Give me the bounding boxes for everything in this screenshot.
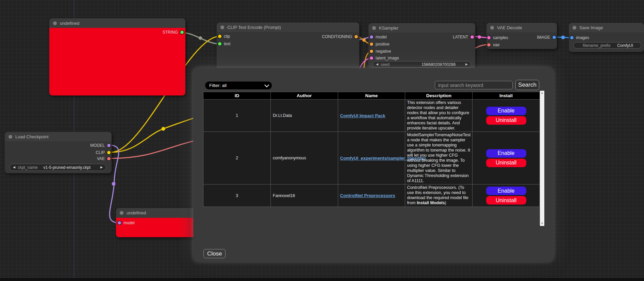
output-slot-conditioning: CONDITIONING: [322, 34, 358, 39]
input-dot-samples[interactable]: [487, 36, 491, 39]
input-dot-model[interactable]: [118, 221, 121, 225]
output-slot-model: MODEL: [90, 143, 111, 148]
cell-id: 2: [203, 132, 271, 185]
cell-install: EnableUninstall: [473, 100, 540, 132]
output-slot-vae: VAE: [97, 156, 111, 161]
search-button[interactable]: Search: [515, 80, 539, 90]
input-dot-negative[interactable]: [370, 50, 373, 53]
input-dot-vae[interactable]: [487, 43, 491, 47]
input-slot-images: images: [570, 35, 589, 40]
input-dot-model[interactable]: [370, 35, 373, 39]
collapse-dot-icon[interactable]: [573, 26, 576, 30]
slot-label: clip: [224, 34, 230, 39]
widget-label: ckpt_name: [18, 165, 38, 170]
node-undefined-top[interactable]: undefined STRING: [49, 18, 185, 95]
output-dot-clip[interactable]: [107, 151, 111, 154]
uninstall-button[interactable]: Uninstall: [486, 116, 526, 125]
collapse-dot-icon[interactable]: [9, 135, 12, 139]
node-graph-canvas[interactable]: undefined STRING CLIP Text Encode (Promp…: [0, 0, 644, 281]
node-title-bar[interactable]: Save Image: [569, 23, 644, 32]
output-dot-image[interactable]: [552, 36, 556, 39]
input-dot-images[interactable]: [570, 36, 574, 39]
output-slot-latent: LATENT: [453, 34, 474, 40]
input-dot-positive[interactable]: [370, 42, 373, 46]
extension-link[interactable]: ControlNet Preprocessors: [340, 193, 395, 198]
scroll-down-arrow-icon[interactable]: ▼: [540, 221, 544, 226]
slot-label: text: [224, 41, 230, 46]
slot-label: LATENT: [453, 35, 468, 39]
close-button[interactable]: Close: [203, 249, 226, 258]
ckpt-name-widget[interactable]: ◀ ckpt_name v1-5-pruned-emaonly.ckpt ▶: [10, 164, 106, 171]
node-body: STRING: [49, 28, 185, 95]
node-ksampler[interactable]: KSampler model positive negative latent_…: [368, 23, 475, 71]
node-title-bar[interactable]: undefined: [49, 18, 185, 28]
widget-value: 156680208700286: [422, 62, 456, 67]
cell-name: ControlNet Preprocessors: [338, 185, 405, 207]
input-slot-latent-image: latent_image: [370, 55, 399, 61]
enable-button[interactable]: Enable: [486, 149, 526, 158]
node-undefined-bottom[interactable]: undefined model: [116, 208, 198, 237]
collapse-dot-icon[interactable]: [490, 26, 494, 30]
vertical-scrollbar[interactable]: ▲ ▼: [540, 91, 544, 226]
output-dot-latent[interactable]: [470, 35, 474, 39]
slot-label: vae: [493, 42, 499, 47]
node-body: images filename_prefix ComfyUI: [569, 32, 644, 52]
collapse-dot-icon[interactable]: [120, 211, 123, 215]
extension-link[interactable]: ComfyUI Impact Pack: [340, 113, 385, 118]
decrement-arrow-icon[interactable]: ◀: [13, 166, 15, 169]
output-dot-model[interactable]: [107, 144, 111, 147]
output-dot-string[interactable]: [180, 31, 184, 34]
node-title: KSampler: [379, 25, 398, 31]
filter-select[interactable]: Filter: all: [205, 82, 272, 89]
cell-author: comfyanonymous: [270, 132, 338, 185]
node-save-image[interactable]: Save Image images filename_prefix ComfyU…: [569, 23, 644, 52]
slot-label: CLIP: [96, 150, 105, 155]
link-conditioning-midpoint-dot: [362, 38, 366, 42]
node-clip-text-encode[interactable]: CLIP Text Encode (Prompt) clip text COND…: [217, 22, 359, 71]
node-load-checkpoint[interactable]: Load Checkpoint MODEL CLIP VAE ◀ ckpt_na…: [5, 132, 112, 173]
seed-widget[interactable]: ◀ seed 156680208700286 ▶: [373, 61, 471, 68]
output-slot-string: STRING: [163, 30, 184, 35]
slot-label: CONDITIONING: [322, 34, 352, 39]
node-title-bar[interactable]: VAE Decode: [486, 23, 557, 32]
slot-label: images: [576, 35, 589, 40]
decrement-arrow-icon[interactable]: ◀: [376, 63, 378, 66]
scroll-up-arrow-icon[interactable]: ▲: [540, 91, 544, 95]
uninstall-button[interactable]: Uninstall: [486, 196, 526, 205]
search-input[interactable]: [435, 81, 513, 89]
widget-value: ComfyUI: [617, 43, 633, 48]
input-slot-negative: negative: [370, 49, 391, 54]
column-header-author: Author: [270, 92, 338, 100]
uninstall-button[interactable]: Uninstall: [486, 159, 526, 167]
node-vae-decode[interactable]: VAE Decode samples vae IMAGE: [486, 23, 557, 49]
collapse-dot-icon[interactable]: [220, 25, 224, 29]
input-dot-text[interactable]: [218, 42, 221, 46]
node-title-bar[interactable]: undefined: [116, 208, 198, 218]
collapse-dot-icon[interactable]: [372, 26, 376, 30]
node-title-bar[interactable]: KSampler: [368, 23, 475, 33]
slot-label: IMAGE: [537, 35, 550, 40]
slot-label: negative: [376, 49, 391, 54]
input-dot-latent-image[interactable]: [370, 56, 373, 60]
node-title: Save Image: [579, 25, 603, 30]
enable-button[interactable]: Enable: [486, 107, 526, 115]
cell-id: 3: [203, 185, 271, 207]
link-image-midpoint-dot: [561, 36, 565, 39]
collapse-dot-icon[interactable]: [53, 21, 57, 25]
node-title: undefined: [127, 210, 146, 215]
node-title-bar[interactable]: CLIP Text Encode (Prompt): [217, 22, 359, 32]
node-title: VAE Decode: [497, 25, 522, 30]
slot-label: STRING: [163, 30, 178, 35]
filter-select-value: Filter: all: [209, 83, 227, 88]
increment-arrow-icon[interactable]: ▶: [100, 166, 103, 169]
slot-label: model: [376, 35, 387, 39]
cell-name: ComfyUI_experiments/sampler_tonemap: [338, 132, 405, 185]
enable-button[interactable]: Enable: [486, 187, 526, 195]
input-dot-clip[interactable]: [218, 35, 221, 38]
output-dot-conditioning[interactable]: [354, 35, 358, 38]
output-dot-vae[interactable]: [107, 157, 111, 160]
node-title-bar[interactable]: Load Checkpoint: [5, 132, 112, 141]
increment-arrow-icon[interactable]: ▶: [465, 63, 468, 66]
input-slot-model: model: [118, 220, 135, 226]
filename-prefix-widget[interactable]: filename_prefix ComfyUI: [573, 42, 641, 49]
